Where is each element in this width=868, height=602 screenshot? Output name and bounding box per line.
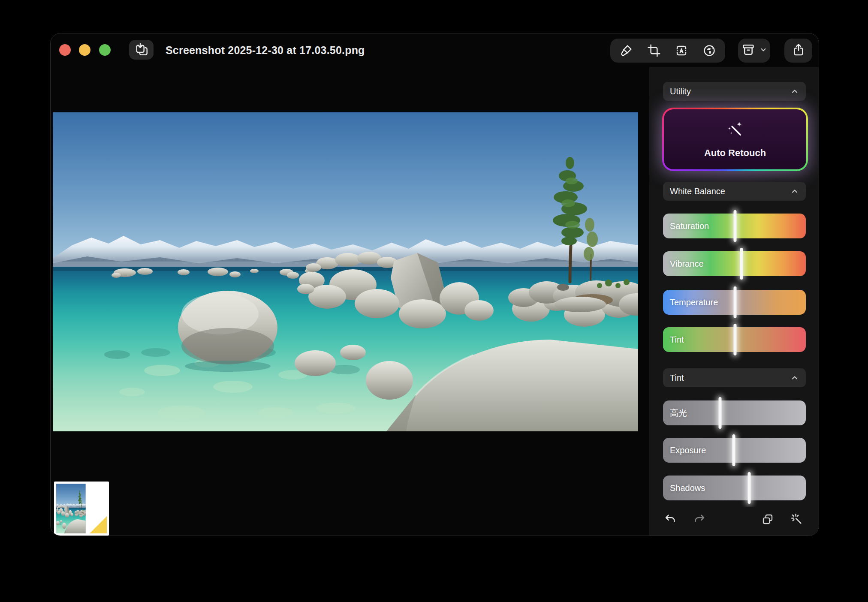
minimize-button[interactable]: [79, 44, 90, 56]
titlebar: Screenshot 2025-12-30 at 17.03.50.png: [51, 33, 819, 67]
translate-button[interactable]: [698, 40, 721, 61]
preview-app-window: Screenshot 2025-12-30 at 17.03.50.png: [50, 33, 819, 536]
archive-dropdown-button[interactable]: [738, 39, 770, 63]
auto-retouch-button[interactable]: Auto Retouch: [662, 108, 808, 171]
slider-handle[interactable]: [732, 434, 735, 466]
live-text-button[interactable]: [670, 40, 693, 61]
translate-globe-icon: [702, 44, 716, 57]
slider-tint[interactable]: Tint: [663, 327, 806, 352]
slider-saturation[interactable]: Saturation: [663, 214, 806, 238]
live-text-icon: [675, 44, 688, 57]
slider-label: Exposure: [670, 438, 706, 463]
slider-handle[interactable]: [734, 324, 737, 355]
chevron-down-icon: [760, 46, 767, 55]
slider-exposure[interactable]: Exposure: [663, 438, 806, 463]
markup-toolbar-group: [610, 39, 725, 63]
redo-icon: [693, 513, 706, 526]
crop-icon: [647, 44, 661, 57]
chevron-up-icon: [790, 373, 799, 382]
slider-vibrance[interactable]: Vibrance: [663, 251, 806, 276]
slider-handle[interactable]: [748, 472, 751, 504]
window-title: Screenshot 2025-12-30 at 17.03.50.png: [166, 33, 365, 67]
copy-icon: [761, 513, 774, 526]
redo-button[interactable]: [690, 511, 708, 528]
photo-canvas: [53, 112, 638, 431]
slider-handle[interactable]: [734, 286, 737, 318]
auto-enhance-icon: [790, 513, 803, 526]
undo-icon: [664, 513, 677, 526]
slider-shadows[interactable]: Shadows: [663, 476, 806, 500]
copy-button[interactable]: [759, 511, 777, 528]
chevron-up-icon: [790, 87, 799, 96]
download-tray-icon: [134, 42, 149, 58]
zoom-button[interactable]: [99, 44, 111, 56]
adjustments-scroll-area[interactable]: Utility Auto Retouch: [649, 67, 819, 507]
slider-label: Shadows: [670, 476, 705, 500]
lake-tahoe-photo: [53, 112, 638, 431]
desktop-background: Screenshot 2025-12-30 at 17.03.50.png: [0, 0, 868, 602]
slider-label: Vibrance: [670, 251, 704, 276]
slider-highlights[interactable]: 高光: [663, 400, 806, 425]
slider-label: 高光: [670, 400, 687, 425]
auto-retouch-label: Auto Retouch: [704, 147, 766, 159]
slider-temperature[interactable]: Temperature: [663, 290, 806, 315]
section-header-utility[interactable]: Utility: [663, 82, 806, 101]
section-header-tint[interactable]: Tint: [663, 368, 806, 387]
slider-handle[interactable]: [719, 397, 722, 429]
archive-box-icon: [741, 43, 755, 58]
share-button[interactable]: [784, 39, 812, 63]
slider-handle[interactable]: [740, 248, 743, 280]
chevron-up-icon: [790, 187, 799, 196]
slider-label: Tint: [670, 327, 684, 352]
sidebar-footer: [649, 507, 819, 536]
markup-button[interactable]: [615, 40, 638, 61]
crop-button[interactable]: [642, 40, 666, 61]
auto-enhance-button[interactable]: [788, 511, 806, 528]
markup-brush-icon: [619, 44, 633, 57]
slider-label: Saturation: [670, 214, 709, 238]
thumbnail-image: [56, 484, 107, 533]
slider-handle[interactable]: [734, 210, 737, 242]
magic-wand-icon: [726, 120, 744, 141]
save-to-button[interactable]: [129, 40, 154, 60]
slider-label: Temperature: [670, 290, 718, 315]
thumbnail[interactable]: [54, 482, 109, 536]
close-button[interactable]: [59, 44, 71, 56]
adjustments-sidebar: Utility Auto Retouch: [649, 67, 819, 536]
undo-button[interactable]: [661, 511, 679, 528]
section-header-white-balance[interactable]: White Balance: [663, 182, 806, 201]
share-icon: [792, 43, 805, 58]
